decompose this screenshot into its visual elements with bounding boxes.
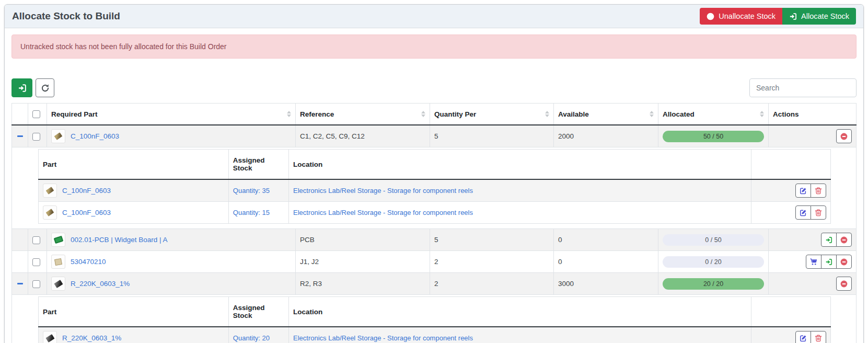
- minus-circle-icon: [707, 13, 714, 20]
- row-checkbox[interactable]: [32, 280, 40, 288]
- available-cell: 0: [554, 229, 658, 251]
- refresh-button[interactable]: [36, 78, 54, 97]
- trash-icon: [815, 187, 822, 195]
- row-checkbox[interactable]: [32, 236, 40, 244]
- location-link[interactable]: Electronics Lab/Reel Storage - Storage f…: [293, 187, 473, 195]
- quantity-per-cell: 5: [430, 125, 554, 147]
- part-link[interactable]: 530470210: [71, 258, 106, 266]
- edit-allocation-button[interactable]: [795, 205, 811, 220]
- col-required-part[interactable]: Required Part: [47, 104, 296, 125]
- edit-allocation-button[interactable]: [795, 184, 811, 198]
- col-quantity-per[interactable]: Quantity Per: [430, 104, 554, 125]
- page-title: Allocate Stock to Build: [12, 10, 120, 22]
- allocation-actions: [795, 205, 826, 220]
- sign-in-icon: [789, 13, 797, 20]
- delete-allocation-button[interactable]: [811, 331, 826, 343]
- table-row: 530470210 J1, J2 2 0 0 / 20: [12, 251, 857, 273]
- edit-allocation-button[interactable]: [795, 331, 811, 343]
- allocation-row: C_100nF_0603 Quantity: 35 Electronics La…: [39, 179, 831, 202]
- expand-column-header: [12, 104, 28, 125]
- allocate-stock-panel: Allocate Stock to Build Unallocate Stock…: [4, 4, 864, 343]
- build-allocation-table: Required Part Reference Quantity Per Ava…: [11, 103, 857, 343]
- sign-in-icon: [825, 236, 832, 244]
- subtable-header-row: Part Assigned Stock Location: [39, 150, 831, 180]
- sub-col-part: Part: [39, 150, 229, 180]
- allocate-row-button[interactable]: [821, 233, 837, 247]
- refresh-icon: [41, 84, 50, 93]
- sub-col-actions: [751, 150, 831, 180]
- capacitor-image: [46, 209, 54, 216]
- part-link[interactable]: R_220K_0603_1%: [62, 334, 121, 342]
- reference-cell: C1, C2, C5, C9, C12: [296, 125, 430, 147]
- col-available[interactable]: Available: [554, 104, 658, 125]
- allocation-actions: [795, 184, 826, 198]
- capacitor-image: [54, 132, 63, 140]
- allocations-subtable: Part Assigned Stock Location R_220K_0603…: [38, 296, 831, 343]
- assigned-stock-link[interactable]: Quantity: 35: [233, 187, 270, 195]
- sort-icon: [421, 111, 425, 117]
- collapse-row-button[interactable]: [16, 134, 24, 138]
- capacitor-image: [46, 187, 54, 195]
- minus-icon: [17, 135, 23, 137]
- col-label: Allocated: [663, 110, 695, 118]
- col-actions: Actions: [769, 104, 857, 125]
- allocations-subtable: Part Assigned Stock Location C_100nF_060…: [38, 149, 831, 224]
- sub-col-actions: [751, 297, 831, 327]
- part-thumbnail: [51, 233, 65, 247]
- assigned-stock-link[interactable]: Quantity: 20: [233, 334, 270, 342]
- search-input[interactable]: [749, 78, 857, 97]
- part-link[interactable]: C_100nF_0603: [71, 132, 119, 140]
- table-row: R_220K_0603_1% R2, R3 2 3000 20 / 20: [12, 273, 857, 295]
- select-all-header: [28, 104, 47, 125]
- row-checkbox[interactable]: [32, 258, 40, 266]
- col-label: Actions: [773, 110, 799, 118]
- allocate-row-button[interactable]: [821, 255, 837, 269]
- part-thumbnail: [51, 255, 65, 269]
- unallocate-row-button[interactable]: [836, 277, 852, 291]
- part-link[interactable]: C_100nF_0603: [62, 187, 111, 195]
- allocation-row: C_100nF_0603 Quantity: 15 Electronics La…: [39, 202, 831, 224]
- minus-circle-icon: [840, 280, 848, 288]
- row-actions: [821, 233, 852, 247]
- part-thumbnail: [51, 277, 65, 291]
- col-label: Quantity Per: [434, 110, 476, 118]
- panel-heading: Allocate Stock to Build Unallocate Stock…: [5, 5, 863, 28]
- row-checkbox[interactable]: [32, 133, 40, 141]
- location-link[interactable]: Electronics Lab/Reel Storage - Storage f…: [293, 334, 473, 342]
- allocate-stock-button[interactable]: Allocate Stock: [782, 8, 856, 25]
- untracked-stock-alert: Untracked stock has not been fully alloc…: [11, 35, 857, 59]
- select-all-checkbox[interactable]: [32, 110, 40, 118]
- part-link[interactable]: 002.01-PCB | Widget Board | A: [71, 236, 168, 244]
- assigned-stock-link[interactable]: Quantity: 15: [233, 209, 270, 216]
- location-link[interactable]: Electronics Lab/Reel Storage - Storage f…: [293, 209, 473, 216]
- sub-col-location: Location: [289, 297, 751, 327]
- delete-allocation-button[interactable]: [811, 184, 826, 198]
- resistor-image: [54, 280, 63, 288]
- available-cell: 0: [554, 251, 658, 273]
- reference-cell: J1, J2: [296, 251, 430, 273]
- allocations-detail-row: Part Assigned Stock Location C_100nF_060…: [12, 147, 857, 229]
- col-allocated[interactable]: Allocated: [658, 104, 769, 125]
- header-action-buttons: Unallocate Stock Allocate Stock: [700, 8, 856, 25]
- unallocate-row-button[interactable]: [836, 129, 852, 143]
- order-stock-button[interactable]: [806, 255, 821, 269]
- unallocate-row-button[interactable]: [836, 255, 852, 269]
- available-cell: 2000: [554, 125, 658, 147]
- connector-image: [54, 258, 62, 266]
- col-reference[interactable]: Reference: [296, 104, 430, 125]
- auto-allocate-button[interactable]: [11, 78, 32, 97]
- collapse-row-button[interactable]: [16, 282, 24, 285]
- allocated-progress: 0 / 50: [663, 234, 764, 246]
- quantity-per-cell: 2: [430, 273, 554, 295]
- table-toolbar: [11, 78, 857, 97]
- sub-col-location: Location: [289, 150, 751, 180]
- sort-icon: [545, 111, 549, 117]
- row-actions: [806, 255, 852, 269]
- part-link[interactable]: R_220K_0603_1%: [71, 280, 130, 288]
- sign-in-icon: [825, 258, 832, 266]
- unallocate-row-button[interactable]: [836, 233, 852, 247]
- unallocate-stock-button[interactable]: Unallocate Stock: [700, 8, 782, 25]
- pcb-image: [53, 236, 63, 244]
- delete-allocation-button[interactable]: [811, 205, 826, 220]
- part-link[interactable]: C_100nF_0603: [62, 209, 111, 216]
